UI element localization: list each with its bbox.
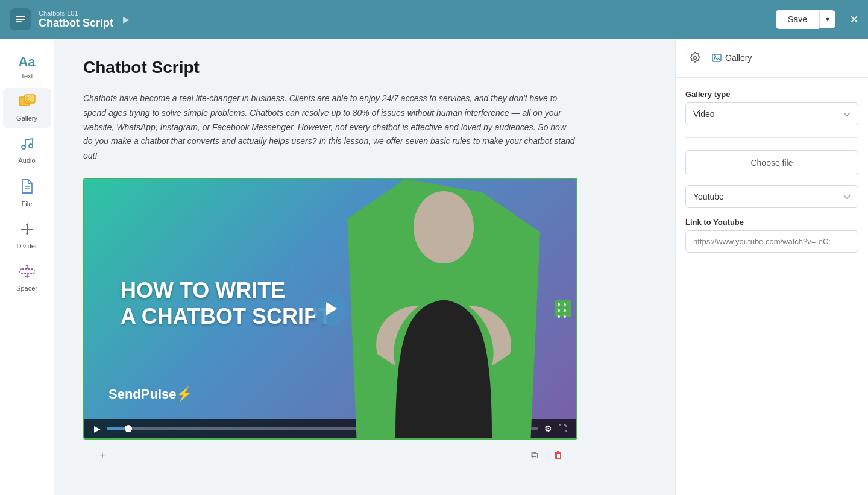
- sidebar-item-gallery-label: Gallery: [16, 115, 37, 122]
- sidebar-item-divider[interactable]: Divider: [3, 216, 51, 256]
- svg-marker-11: [25, 223, 29, 225]
- header-title-group: Chatbots 101 Chatbot Script: [39, 10, 113, 30]
- panel-body: Gallery type Video Image Carousel Choose…: [676, 78, 868, 265]
- svg-point-18: [414, 191, 474, 263]
- svg-rect-20: [712, 54, 721, 61]
- choose-file-button[interactable]: Choose file: [685, 150, 858, 175]
- svg-marker-12: [25, 233, 29, 235]
- link-field: Link to Youtube: [685, 218, 858, 253]
- header-chevron-icon[interactable]: ▶: [123, 14, 130, 24]
- video-title-overlay: HOW TO WRITE A CHATBOT SCRIPT: [121, 277, 332, 329]
- divider-icon: [20, 222, 34, 240]
- panel-header: Gallery: [676, 39, 868, 78]
- drag-handle[interactable]: [555, 300, 571, 317]
- save-button[interactable]: Save: [776, 10, 819, 29]
- text-icon: Aa: [18, 54, 35, 70]
- page-title: Chatbot Script: [83, 58, 646, 77]
- sidebar-item-text-label: Text: [20, 72, 33, 80]
- svg-point-21: [714, 56, 716, 58]
- spacer-icon: [19, 264, 36, 282]
- file-icon: [20, 178, 34, 198]
- sidebar-item-spacer-label: Spacer: [16, 285, 37, 292]
- svg-marker-17: [25, 276, 30, 278]
- panel-settings-icon[interactable]: [685, 48, 705, 68]
- sidebar-item-gallery[interactable]: Gallery: [3, 88, 51, 128]
- svg-point-3: [26, 97, 28, 99]
- toolbar-left: +: [93, 446, 112, 465]
- sidebar-item-divider-label: Divider: [16, 242, 37, 250]
- audio-icon: [20, 136, 34, 154]
- fullscreen-button[interactable]: ⛶: [558, 424, 567, 434]
- save-dropdown-button[interactable]: ▾: [819, 10, 835, 28]
- source-select[interactable]: Youtube Vimeo Upload: [685, 185, 858, 208]
- content-area: Chatbot Script Chatbots have become a re…: [54, 39, 675, 495]
- sidebar: Aa Text Gallery Aud: [0, 39, 54, 495]
- video-title-line2: A CHATBOT SCRIPT: [121, 303, 332, 329]
- sidebar-item-file[interactable]: File: [3, 172, 51, 213]
- header-title: Chatbot Script: [39, 17, 113, 30]
- block-toolbar: + ⧉ 🗑: [83, 440, 577, 471]
- link-input[interactable]: [685, 230, 858, 253]
- sidebar-item-audio[interactable]: Audio: [3, 130, 51, 170]
- video-title-line1: HOW TO WRITE: [121, 277, 332, 303]
- app-logo: [10, 8, 31, 30]
- copy-block-button[interactable]: ⧉: [524, 446, 544, 465]
- video-block: HOW TO WRITE A CHATBOT SCRIPT SendPulse⚡: [83, 178, 577, 440]
- settings-video-button[interactable]: ⚙: [544, 424, 552, 434]
- sidebar-item-file-label: File: [22, 200, 33, 207]
- sendpulse-brand: SendPulse⚡: [108, 386, 192, 402]
- link-label: Link to Youtube: [685, 218, 858, 227]
- close-button[interactable]: ×: [850, 12, 858, 27]
- sidebar-item-text[interactable]: Aa Text: [3, 48, 51, 86]
- progress-thumb: [125, 425, 132, 432]
- panel-gallery-tab[interactable]: Gallery: [712, 53, 752, 63]
- sidebar-item-audio-label: Audio: [18, 157, 35, 164]
- gallery-type-field: Gallery type Video Image Carousel: [685, 90, 858, 125]
- video-thumbnail: HOW TO WRITE A CHATBOT SCRIPT SendPulse⚡: [84, 179, 576, 438]
- main-layout: Aa Text Gallery Aud: [0, 39, 868, 495]
- svg-point-19: [694, 57, 697, 60]
- svg-rect-13: [20, 269, 34, 274]
- app-header: Chatbots 101 Chatbot Script ▶ Save ▾ ×: [0, 0, 868, 39]
- toolbar-right: ⧉ 🗑: [524, 446, 568, 465]
- panel-divider-1: [685, 137, 858, 138]
- right-panel: Gallery Gallery type Video Image Carouse…: [675, 39, 868, 495]
- delete-block-button[interactable]: 🗑: [549, 446, 568, 465]
- play-pause-button[interactable]: ▶: [94, 424, 101, 434]
- header-subtitle: Chatbots 101: [39, 10, 113, 17]
- sidebar-item-spacer[interactable]: Spacer: [3, 258, 51, 298]
- save-button-group: Save ▾: [776, 10, 835, 29]
- person-figure: [359, 185, 528, 438]
- gallery-type-select[interactable]: Video Image Carousel: [685, 102, 858, 125]
- svg-marker-16: [25, 265, 30, 266]
- page-description: Chatbots have become a real life-changer…: [83, 92, 577, 163]
- play-button[interactable]: [313, 292, 347, 326]
- panel-tab-label: Gallery: [725, 53, 752, 63]
- add-block-button[interactable]: +: [93, 446, 112, 465]
- gallery-type-label: Gallery type: [685, 90, 858, 99]
- gallery-icon: [19, 94, 36, 112]
- svg-point-4: [22, 145, 25, 149]
